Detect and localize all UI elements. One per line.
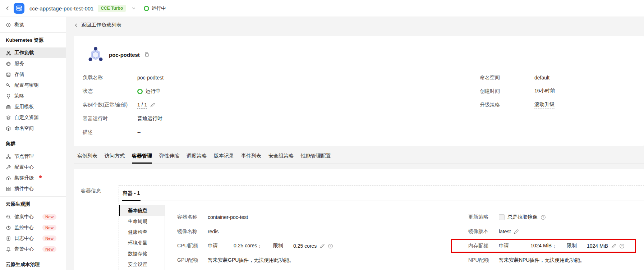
notification-dot [39,175,42,178]
sidebar-item-label: 工作负载 [14,50,34,56]
back-chevron-icon[interactable] [5,6,10,11]
tab-version-history[interactable]: 版本记录 [214,153,234,164]
upgrade-policy-value[interactable]: 滚动升级 [534,101,555,109]
tab-security-group-policy[interactable]: 安全组策略 [268,153,294,164]
sidebar-item-cluster-upgrade[interactable]: 集群升级 [0,173,66,183]
sidebar-item-policies[interactable]: 策略 [0,91,66,101]
sidebar-section-cluster: 集群 [6,141,60,147]
copy-icon[interactable] [144,52,149,57]
sidebar-item-monitoring-center[interactable]: 监控中心 New [0,222,66,233]
storage-icon [6,72,11,77]
divider [0,32,66,33]
app-template-icon [6,104,11,110]
tab-instance-list[interactable]: 实例列表 [77,153,97,164]
new-badge: New [42,225,56,230]
help-icon[interactable]: ? [540,215,546,220]
created-time-value[interactable]: 16小时前 [534,88,555,95]
cluster-icon [14,3,24,14]
detail-label: 容器运行时 [83,112,108,125]
instance-count-value[interactable]: 1 / 1 [137,102,147,109]
sidebar-item-overview[interactable]: 概览 [0,19,66,30]
sidebar-item-logging-center[interactable]: 日志中心 New [0,233,66,244]
help-icon[interactable]: ? [328,243,333,249]
sidebar-item-alarm-center[interactable]: 告警中心 New [0,244,66,255]
cpu-limit-label: 限制 [273,243,290,249]
divider [0,136,66,136]
help-icon[interactable]: ? [619,243,625,249]
workload-status-value: 运行中 [146,88,161,95]
container-subnav: 基本信息 生命周期 健康检查 环境变量 数据存储 安全设置 [119,205,165,270]
field-label: 更新策略 [468,210,488,224]
memory-limit-label: 限制 [567,243,584,249]
cluster-type-badge: CCE Turbo [98,5,126,12]
image-version-value: latest [499,229,511,234]
subnav-data-storage[interactable]: 数据存储 [119,248,165,259]
subnav-security-settings[interactable]: 安全设置 [119,259,165,270]
subnav-lifecycle[interactable]: 生命周期 [119,216,165,227]
field-npu-quota: NPU配额 暂未安装NPU插件，无法使用此功能。 [468,253,644,267]
sidebar-item-node-management[interactable]: 节点管理 [0,151,66,162]
tab-access-mode[interactable]: 访问方式 [105,153,125,164]
cluster-switch-chevron-icon[interactable] [132,6,136,10]
addons-grid-icon [6,186,11,192]
sidebar-item-configuration-center[interactable]: 配置中心 [0,162,66,173]
container-management-card: 容器信息 容器 - 1 基本信息 生命周期 健康检查 环境变量 数据存储 安全设… [74,169,644,270]
field-label: 镜像名称 [177,224,197,239]
field-label: 镜像版本 [468,224,488,239]
subnav-health-check[interactable]: 健康检查 [119,227,165,238]
edit-pencil-icon[interactable] [611,243,616,249]
sidebar-section-k8s: Kubernetes 资源 [6,37,60,44]
sidebar-item-workloads[interactable]: 工作负载 [0,47,66,58]
edit-pencil-icon[interactable] [319,243,325,249]
cpu-limit-value: 0.25 cores [293,243,317,249]
detail-row-upgrade-policy: 升级策略 滚动升级 [480,98,644,112]
tab-event-list[interactable]: 事件列表 [241,153,261,164]
overview-icon [6,22,11,28]
detail-label: 实例个数(正常/全部) [83,98,128,112]
detail-row-runtime: 容器运行时 普通运行时 [83,112,356,125]
sidebar-item-addon-center[interactable]: 插件中心 [0,183,66,194]
field-label: CPU配额 [177,239,198,253]
npu-quota-value: 暂未安装NPU插件，无法使用此功能。 [499,257,585,264]
sidebar-item-services[interactable]: 服务 [0,58,66,69]
field-container-name: 容器名称 container-poc-test [177,210,450,224]
sidebar-item-configmaps-secrets[interactable]: 配置与密钥 [0,80,66,91]
container-name-value: container-poc-test [208,214,248,220]
log-document-icon [6,236,11,241]
status-running-icon [144,6,149,11]
tab-scheduling-policy[interactable]: 调度策略 [187,153,207,164]
divider [0,257,66,257]
edit-pencil-icon[interactable] [150,102,155,108]
nodes-icon [6,154,11,159]
cube-icon [6,126,11,131]
sidebar-item-custom-resources[interactable]: 自定义资源 [0,112,66,123]
tab-container-1[interactable]: 容器 - 1 [122,190,141,201]
sidebar-item-health-center[interactable]: 健康中心 New [0,211,66,222]
sidebar-section-cost-governance: 云原生成本治理 [6,261,60,268]
tab-container-management[interactable]: 容器管理 [132,153,152,164]
subnav-env-variables[interactable]: 环境变量 [119,238,165,248]
namespace-value: default [534,75,549,81]
always-pull-image-checkbox[interactable] [499,214,505,220]
detail-label: 命名空间 [480,71,500,84]
gpu-quota-value: 暂未安装GPU插件，无法使用此功能。 [208,257,294,264]
sidebar-item-storage[interactable]: 存储 [0,69,66,80]
cluster-name: cce-appstage-poc-test-001 [29,5,93,12]
tab-auto-scaling[interactable]: 弹性伸缩 [159,153,179,164]
detail-row-instances: 实例个数(正常/全部) 1 / 1 [83,98,356,112]
memory-request-label: 申请 [499,243,528,249]
edit-pencil-icon[interactable] [514,229,519,234]
memory-limit-value: 1024 MiB [587,243,608,249]
sidebar-item-namespaces[interactable]: 命名空间 [0,123,66,134]
back-link-label: 返回工作负载列表 [81,22,121,28]
cpu-request-value: 0.25 cores； [234,243,270,249]
back-to-workload-list-link[interactable]: 返回工作负载列表 [74,22,121,28]
svg-text:?: ? [621,244,623,248]
main-content: 返回工作负载列表 poc-podtest 负载名称 [66,17,644,270]
sidebar-item-app-templates[interactable]: 应用模板 [0,101,66,112]
new-badge: New [42,214,56,220]
sidebar-item-label: 概览 [14,22,24,28]
workload-title: poc-podtest [109,52,140,58]
tab-performance-management[interactable]: 性能管理配置 [301,153,331,164]
subnav-basic-info[interactable]: 基本信息 [119,205,165,216]
